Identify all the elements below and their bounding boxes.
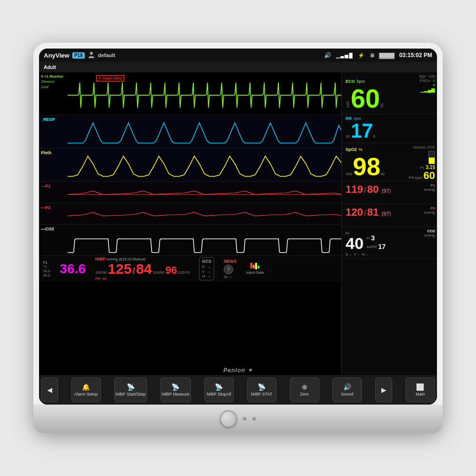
- temp-range-low: 36.0: [43, 273, 50, 278]
- nibp-pr-value: 60: [102, 277, 107, 281]
- nibp-measure-button[interactable]: 📡 NIBP Measure: [160, 377, 191, 402]
- svg-point-0: [90, 52, 93, 55]
- pr-bpm-label: PR bpm: [409, 176, 423, 180]
- co2-label-right: CO2: [424, 229, 435, 233]
- p1-vital-block: P1 mmHg 119 / 80 (97): [342, 181, 437, 204]
- news-label: NEWS: [224, 259, 237, 264]
- temp-range-high: 38.0: [43, 269, 50, 273]
- nibp-diastolic: 84: [136, 262, 152, 276]
- spo2-range-low: 90: [380, 172, 385, 176]
- rr-range-low: 8: [373, 134, 375, 139]
- nibp-start-stop-button[interactable]: 📡 NIBP Start/Stop: [114, 377, 147, 402]
- nibp-start-icon: 📡: [127, 383, 135, 391]
- ecg-sqi: SQI : 100: [419, 74, 435, 79]
- signal-icon: ▁▃▅█: [336, 53, 353, 58]
- base-led-2: [252, 417, 256, 421]
- pleth-label: Pleth: [41, 150, 51, 155]
- spo2-vital-block: Source: CO2 PI 3.15 PR bpm 60: [342, 143, 437, 181]
- co2-wave-row: —CO2: [39, 225, 341, 256]
- p1-waveform: [68, 182, 341, 205]
- monitor-device: AnyView P18 default 🔊 ▁▃▅█ ⚡ 🖥 ▓▓▓: [33, 43, 443, 433]
- main-area: II ×1 Monitor 25mm/s 1mV ✕ Notch 50Hz: [39, 72, 437, 375]
- nibp-stopall-button[interactable]: 📡 NIBP StopAll: [204, 377, 234, 402]
- fi-value: 3: [371, 234, 375, 242]
- p1-sep: /: [364, 186, 366, 195]
- nibp-map: 96: [165, 265, 177, 276]
- p1-wave-label: —P1: [41, 184, 50, 188]
- zero-button[interactable]: ⊕ Zero: [290, 377, 319, 402]
- ecg-lead-label: II ×1 Monitor: [41, 74, 63, 79]
- co2-wave-label: —CO2: [41, 227, 54, 231]
- nibp-stat-icon: 📡: [258, 383, 266, 391]
- resp-label: _RESP: [41, 117, 55, 122]
- p1-map: (97): [382, 188, 391, 194]
- p2-value2: 81: [367, 207, 378, 218]
- nibp-range3: 115/70: [178, 270, 189, 275]
- status-bar: AnyView P18 default 🔊 ▁▃▅█ ⚡ 🖥 ▓▓▓: [39, 49, 437, 62]
- volume-icon: 🔊: [324, 52, 331, 59]
- brand-label: AnyView: [44, 52, 69, 59]
- base-power-button[interactable]: [220, 410, 237, 427]
- input-data-section: Input Data: [246, 263, 264, 275]
- news-code: @--:--: [224, 275, 237, 278]
- spo2-unit: %: [359, 147, 363, 152]
- nibp-stat-button[interactable]: 📡 NIBP STAT: [247, 377, 277, 402]
- spo2-label: SpO2: [346, 147, 357, 152]
- button-bar: ◀ 🔔 Alarm Setup 📡 NIBP Start/Stop 📡 NIBP…: [39, 375, 437, 405]
- main-button[interactable]: ⬜ Main: [406, 377, 435, 402]
- patient-icon: [88, 51, 95, 59]
- evm-m: M --: [362, 252, 368, 257]
- prev-button[interactable]: ◀: [41, 377, 58, 402]
- nibp-stopall-label: NIBP StopAll: [207, 392, 231, 397]
- alarm-setup-button[interactable]: 🔔 Alarm Setup: [71, 377, 101, 402]
- co2-vital-block: CO2 mmHg Et 40 Fi 3: [342, 227, 437, 259]
- ecg-lead-right: II: [419, 83, 435, 87]
- notch-badge: ✕ Notch 50Hz: [96, 75, 124, 81]
- main-label: Main: [416, 392, 425, 397]
- temp-display: T1 °C 38.0 36.0: [43, 260, 50, 278]
- ecg-gain-label: 1mV: [41, 85, 63, 89]
- screen: AnyView P18 default 🔊 ▁▃▅█ ⚡ 🖥 ▓▓▓: [39, 49, 437, 405]
- profile-name: default: [98, 52, 115, 58]
- spo2-source: Source: CO2: [413, 145, 435, 149]
- model-badge: P18: [72, 52, 85, 59]
- usb-icon: ⚡: [358, 52, 365, 59]
- zero-label: Zero: [300, 392, 309, 397]
- next-button[interactable]: ▶: [375, 377, 392, 402]
- display-icon: 🖥: [369, 52, 375, 58]
- gcs-v-value: --: [208, 269, 211, 274]
- pr-value: 60: [424, 170, 435, 181]
- base-led-1: [243, 417, 247, 421]
- news-section: NEWS ? @--:--: [224, 259, 237, 278]
- p2-waveform: [68, 203, 341, 226]
- p1-value1: 119: [346, 184, 363, 195]
- co2-unit-right: mmHg: [424, 233, 435, 238]
- p1-label-right: P1: [424, 183, 435, 188]
- resp-waveform: [68, 115, 341, 151]
- pleth-wave-row: Pleth: [39, 149, 341, 182]
- monitor-base: [33, 405, 443, 433]
- nibp-pr-label: PR: [95, 277, 100, 281]
- pi-bar: [428, 151, 435, 164]
- resp-value: 17: [351, 121, 373, 141]
- ecg-signal-bars: ▁▂▄▆: [419, 87, 435, 92]
- sound-button[interactable]: 🔊 Sound: [332, 377, 362, 402]
- p1-unit-right: mmHg: [424, 188, 435, 192]
- news-button[interactable]: ?: [224, 265, 233, 274]
- fi-label: Fi: [367, 236, 370, 240]
- temp-unit: °C: [43, 265, 50, 269]
- ecg-wave-row: II ×1 Monitor 25mm/s 1mV ✕ Notch 50Hz: [39, 72, 341, 115]
- waveform-panel: II ×1 Monitor 25mm/s 1mV ✕ Notch 50Hz: [39, 72, 342, 375]
- patient-type: Adult: [44, 65, 56, 70]
- p2-wave-label: —P2: [41, 205, 50, 210]
- ecg-speed-label: 25mm/s: [41, 79, 63, 84]
- nibp-systolic: 125: [108, 262, 132, 276]
- nibp-start-stop-label: NIBP Start/Stop: [116, 392, 146, 397]
- resp-wave-row: _RESP: [39, 115, 341, 149]
- p2-label-right: P2: [424, 206, 435, 210]
- spo2-value: 98: [353, 154, 380, 179]
- main-icon: ⬜: [416, 383, 424, 391]
- ecg-label-right: ECG: [346, 79, 355, 84]
- prev-icon: ◀: [47, 386, 52, 394]
- ecg-range-low: 50: [380, 103, 384, 108]
